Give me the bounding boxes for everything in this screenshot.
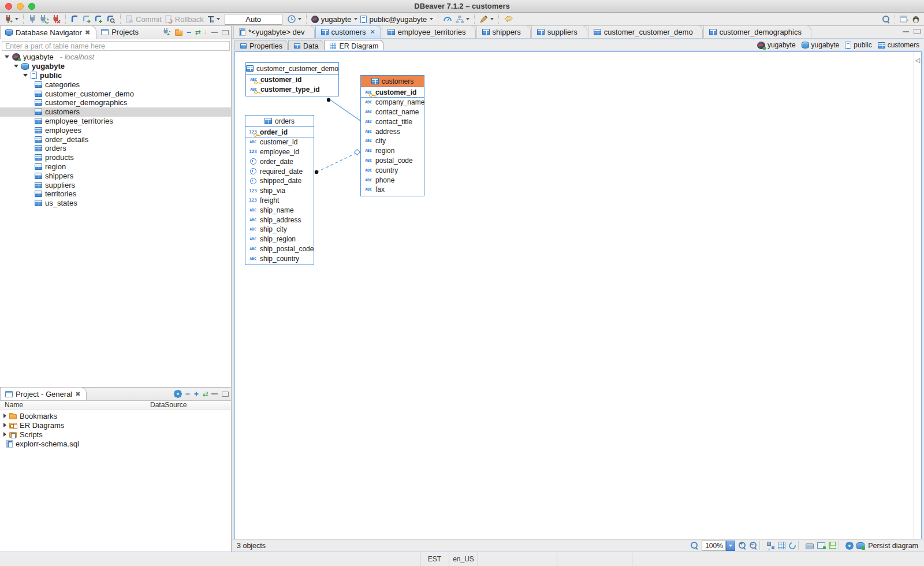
back-button[interactable] (503, 14, 514, 24)
entity-column[interactable]: ship_via (245, 186, 314, 196)
tree-node-table[interactable]: territories (0, 189, 231, 199)
open-view-button[interactable] (899, 14, 910, 24)
close-view-icon[interactable] (75, 390, 80, 398)
maximize-view-icon[interactable] (222, 30, 229, 35)
sql-editor-button[interactable] (70, 14, 80, 24)
settings-gear-icon[interactable] (174, 390, 181, 397)
entity-column[interactable]: ship_city (245, 225, 314, 234)
minimize-editor-icon[interactable] (903, 31, 909, 32)
entity-column[interactable]: postal_code (361, 156, 424, 166)
maximize-editor-icon[interactable] (914, 29, 921, 34)
entity-header[interactable]: customer_customer_demo (246, 63, 338, 75)
tab-projects[interactable]: Projects (96, 25, 144, 39)
editor-tab[interactable]: customers ✕ (315, 25, 381, 38)
rollback-button[interactable]: Rollback (164, 14, 204, 24)
tab-database-navigator[interactable]: Database Navigator (0, 25, 96, 39)
minimize-view-icon[interactable] (211, 32, 218, 33)
collapse-all-icon[interactable]: − (187, 29, 191, 36)
dashboard-button[interactable] (442, 14, 453, 24)
timezone-cell[interactable]: EST (420, 552, 449, 566)
expander-icon[interactable] (3, 432, 6, 437)
expander-icon[interactable] (3, 414, 6, 418)
tree-node-table[interactable]: order_details (0, 135, 231, 144)
entity-column[interactable]: fax (361, 185, 424, 195)
expander-icon[interactable] (14, 65, 18, 68)
entity-customers[interactable]: customers customer_id company_name (360, 75, 424, 196)
erd-layout-button[interactable] (454, 14, 470, 24)
entity-column[interactable]: customer_id (361, 88, 424, 98)
close-window-button[interactable] (5, 3, 12, 10)
entity-header[interactable]: customers (361, 76, 424, 87)
entity-column[interactable]: ship_name (245, 205, 314, 215)
editor-tab[interactable]: suppliers (531, 25, 587, 38)
editor-subtab[interactable]: ER Diagram (324, 40, 383, 51)
view-menu-icon[interactable]: ⁝ (204, 31, 207, 34)
zoom-window-button[interactable] (28, 3, 35, 10)
entity-header[interactable]: orders (245, 116, 314, 127)
entity-column[interactable]: contact_name (361, 107, 424, 117)
editor-subtab[interactable]: Properties (234, 40, 288, 51)
tree-node-table[interactable]: region (0, 162, 231, 172)
new-folder-icon[interactable] (175, 31, 182, 36)
tree-node-table[interactable]: products (0, 153, 231, 162)
schema-selector[interactable]: public@yugabyte (360, 14, 434, 24)
tab-project-general[interactable]: Project - General (0, 387, 87, 400)
app-menu-button[interactable] (911, 14, 921, 24)
entity-column[interactable]: customer_type_id (246, 85, 338, 95)
entity-column[interactable]: ship_postal_code (245, 244, 314, 254)
tree-node-table[interactable]: employees (0, 125, 231, 135)
tree-node-table[interactable]: customer_customer_demo (0, 89, 231, 98)
close-tab-icon[interactable]: ✕ (370, 28, 375, 36)
entity-orders[interactable]: orders order_id customer_id (245, 115, 314, 265)
tree-node-table[interactable]: suppliers (0, 180, 231, 189)
editor-tab[interactable]: shippers (476, 25, 531, 38)
new-connection-button[interactable]: + (3, 14, 19, 24)
sql-generator-dropdown[interactable] (490, 18, 494, 20)
connection-selector-dropdown[interactable] (354, 18, 357, 20)
project-tree-item[interactable]: Scripts (0, 430, 231, 439)
er-diagram-canvas[interactable]: ◁ customer_customer_demo (234, 51, 922, 565)
expander-icon[interactable] (5, 55, 9, 58)
column-header-name[interactable]: Name (0, 401, 150, 409)
entity-column[interactable]: city (361, 136, 424, 146)
editor-tab[interactable]: customer_demographics (703, 25, 811, 38)
entity-column[interactable]: region (361, 146, 424, 156)
expander-icon[interactable] (23, 74, 28, 77)
tree-node-table[interactable]: shippers (0, 171, 231, 180)
tree-node-table[interactable]: customers (0, 107, 231, 117)
entity-column[interactable]: ship_region (245, 234, 314, 244)
close-view-icon[interactable] (85, 29, 90, 36)
column-header-datasource[interactable]: DataSource (150, 401, 231, 409)
search-button[interactable] (882, 14, 891, 24)
entity-column[interactable]: order_date (245, 157, 314, 166)
project-tree-item[interactable]: explorr-schema.sql (0, 439, 231, 448)
transaction-log-dropdown[interactable] (298, 18, 301, 20)
transaction-auto-combo[interactable]: Auto (225, 14, 282, 25)
connect-plug-icon[interactable]: + (162, 28, 171, 36)
schema-selector-dropdown[interactable] (430, 18, 433, 20)
sql-editor-recent-button[interactable] (81, 14, 92, 24)
locale-cell[interactable]: en_US (449, 552, 478, 566)
entity-column[interactable]: employee_id (245, 147, 314, 157)
expand-all-icon[interactable]: + (194, 390, 199, 397)
tree-node-table[interactable]: categories (0, 80, 231, 89)
tree-node-table[interactable]: customer_demographics (0, 98, 231, 107)
breadcrumb-item[interactable]: yugabyte (802, 41, 840, 49)
editor-tab[interactable]: *<yugabyte> dev (233, 25, 315, 38)
link-with-editor-icon[interactable]: ⇄ (203, 390, 207, 398)
entity-column[interactable]: phone (361, 175, 424, 185)
transaction-mode-button[interactable] (206, 14, 221, 24)
breadcrumb-item[interactable]: customers (878, 41, 919, 49)
table-filter-input[interactable] (2, 41, 230, 51)
entity-column[interactable]: customer_id (245, 137, 314, 147)
project-tree-item[interactable]: Bookmarks (0, 411, 231, 420)
tree-node-table[interactable]: orders (0, 144, 231, 153)
entity-column[interactable]: freight (245, 196, 314, 206)
minimize-window-button[interactable] (17, 3, 24, 10)
entity-column[interactable]: address (361, 126, 424, 136)
entity-column[interactable]: ship_address (245, 215, 314, 225)
sql-generator-button[interactable] (479, 14, 494, 24)
entity-column[interactable]: order_id (245, 128, 314, 137)
entity-column[interactable]: customer_id (246, 75, 338, 85)
breadcrumb-item[interactable]: public (845, 41, 871, 49)
